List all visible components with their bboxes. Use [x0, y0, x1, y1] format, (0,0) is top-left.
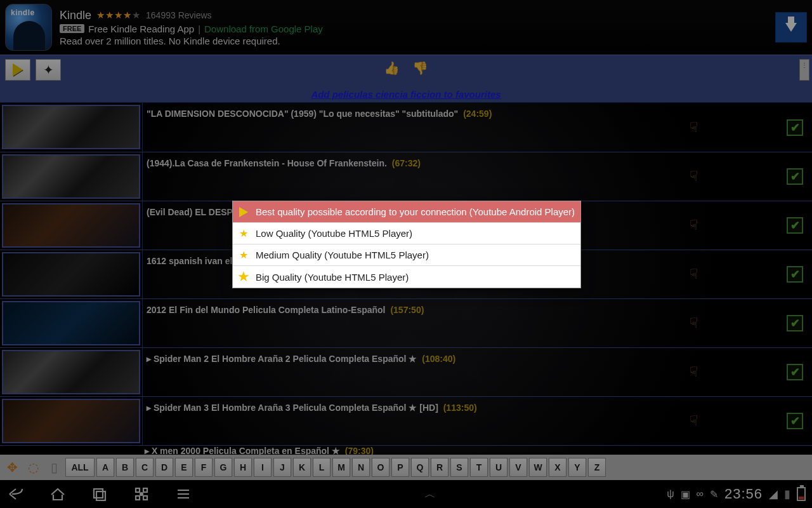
filter-letter-a[interactable]: A — [96, 458, 114, 477]
video-thumbnail[interactable] — [2, 301, 140, 345]
edit-icon: ✎ — [710, 488, 718, 500]
device-icon[interactable]: ▯ — [44, 458, 63, 477]
screenshot-button[interactable] — [132, 486, 151, 502]
filter-letter-g[interactable]: G — [214, 458, 232, 477]
quality-option-best[interactable]: Best quality possible according to your … — [233, 201, 580, 223]
move-icon[interactable]: ✥ — [3, 458, 22, 477]
quality-option-big[interactable]: ★ Big Quality (Youtube HTML5 Player) — [233, 266, 580, 288]
filter-letter-n[interactable]: N — [352, 458, 370, 477]
ad-store-link[interactable]: Download from Google Play — [204, 23, 323, 34]
android-navbar: ︿ ψ ▣ ∞ ✎ 23:56 ◢ ▮ — [0, 480, 812, 508]
recent-apps-button[interactable] — [90, 486, 109, 502]
filter-letter-x[interactable]: X — [549, 458, 566, 477]
quality-option-medium[interactable]: ★ Medium Quality (Youtube HTML5 Player) — [233, 244, 580, 266]
video-thumbnail[interactable] — [2, 154, 140, 199]
checked-icon[interactable]: ✔ — [787, 217, 803, 234]
video-thumbnail[interactable] — [2, 399, 140, 443]
filter-letter-u[interactable]: U — [490, 458, 508, 477]
filter-letter-d[interactable]: D — [155, 458, 173, 477]
video-title: ▸ Spider Man 3 El Hombre Araña 3 Pelicul… — [147, 403, 477, 413]
toolbar: ✦ 👍 👎 Add peliculas ciencia ficcion to f… — [0, 55, 812, 103]
svg-rect-1 — [96, 491, 105, 500]
checked-icon[interactable]: ✔ — [787, 266, 803, 283]
video-duration: (24:59) — [463, 109, 492, 119]
video-duration: (157:50) — [390, 305, 424, 315]
ad-title[interactable]: Kindle — [60, 9, 91, 22]
add-favourites-link[interactable]: Add peliculas ciencia ficcion to favouri… — [0, 89, 812, 100]
video-row-body: "LA DIMENSION DESCONOCIDA" (1959) "Lo qu… — [142, 103, 812, 152]
filter-letter-v[interactable]: V — [509, 458, 527, 477]
download-button[interactable] — [775, 12, 807, 43]
voicemail-icon: ∞ — [697, 488, 704, 500]
video-duration: (113:50) — [443, 403, 477, 413]
filter-letter-o[interactable]: O — [372, 458, 390, 477]
expand-notifications-icon[interactable]: ︿ — [424, 486, 436, 502]
ad-reviews: 164993 Reviews — [146, 10, 212, 20]
video-duration: (108:40) — [422, 354, 455, 364]
filter-all-button[interactable]: ALL — [65, 458, 95, 477]
tap-hint-icon: ☟ — [690, 364, 698, 380]
ad-tagline: Read over 2 million titles. No Kindle de… — [60, 36, 323, 46]
checked-icon[interactable]: ✔ — [787, 413, 803, 429]
video-duration: (67:32) — [392, 158, 421, 168]
filter-letter-k[interactable]: K — [293, 458, 311, 477]
clock: 23:56 — [724, 486, 763, 502]
ad-stars: ★★★★★ — [96, 10, 141, 21]
checked-icon[interactable]: ✔ — [787, 168, 803, 185]
video-row[interactable]: (1944).La Casa de Frankenstein - House O… — [0, 152, 812, 201]
battery-icon — [797, 487, 806, 501]
ad-app-icon[interactable] — [5, 4, 52, 51]
wifi-icon: ◢ — [769, 487, 778, 501]
thumbs-up-button[interactable]: 👍 — [384, 60, 400, 76]
video-thumbnail[interactable] — [2, 203, 140, 248]
filter-letter-e[interactable]: E — [175, 458, 193, 477]
video-row[interactable]: "LA DIMENSION DESCONOCIDA" (1959) "Lo qu… — [0, 103, 812, 152]
filter-letter-l[interactable]: L — [313, 458, 331, 477]
filter-letter-i[interactable]: I — [254, 458, 272, 477]
svg-rect-3 — [143, 488, 147, 492]
svg-rect-4 — [136, 496, 140, 500]
video-row[interactable]: ▸ Spider Man 2 El Hombre Araña 2 Pelicul… — [0, 347, 812, 396]
filter-letter-w[interactable]: W — [529, 458, 547, 477]
video-row[interactable]: ▸ Spider Man 3 El Hombre Araña 3 Pelicul… — [0, 396, 812, 445]
filter-letter-h[interactable]: H — [234, 458, 252, 477]
quality-option-label: Low Quality (Youtube HTML5 Player) — [256, 228, 412, 239]
video-row-body: ▸ Spider Man 2 El Hombre Araña 2 Pelicul… — [142, 348, 812, 396]
home-button[interactable] — [48, 486, 67, 502]
video-row[interactable]: 2012 El Fin del Mundo Pelicula Completa … — [0, 298, 812, 347]
checked-icon[interactable]: ✔ — [787, 364, 803, 380]
video-title: (1944).La Casa de Frankenstein - House O… — [147, 158, 421, 168]
refresh-icon[interactable]: ◌ — [23, 458, 43, 477]
filter-letter-f[interactable]: F — [195, 458, 213, 477]
video-row-body: ▸ Spider Man 3 El Hombre Araña 3 Pelicul… — [142, 397, 812, 445]
filter-letter-s[interactable]: S — [450, 458, 468, 477]
tap-hint-icon: ☟ — [690, 413, 698, 429]
checked-icon[interactable]: ✔ — [787, 315, 803, 331]
filter-letter-q[interactable]: Q — [411, 458, 429, 477]
back-button[interactable] — [6, 486, 25, 502]
video-thumbnail[interactable] — [2, 252, 140, 297]
video-thumbnail[interactable] — [2, 350, 140, 394]
svg-rect-0 — [94, 489, 103, 498]
status-tray[interactable]: ψ ▣ ∞ ✎ 23:56 ◢ ▮ — [667, 486, 806, 502]
video-title: ▸ Spider Man 2 El Hombre Araña 2 Pelicul… — [147, 354, 455, 364]
video-thumbnail[interactable] — [2, 105, 140, 149]
tap-hint-icon: ☟ — [690, 217, 698, 234]
thumbs-down-button[interactable]: 👎 — [412, 60, 428, 76]
quality-option-low[interactable]: ★ Low Quality (Youtube HTML5 Player) — [233, 223, 580, 244]
filter-letter-j[interactable]: J — [273, 458, 291, 477]
video-row-body: 2012 El Fin del Mundo Pelicula Completa … — [142, 299, 812, 347]
filter-letter-z[interactable]: Z — [588, 458, 606, 477]
filter-letter-r[interactable]: R — [431, 458, 449, 477]
overflow-menu-button[interactable]: ⋮ — [799, 59, 809, 81]
filter-letter-t[interactable]: T — [470, 458, 488, 477]
alpha-filter-bar: ✥ ◌ ▯ ALL ABCDEFGHIJKLMNOPQRSTUVWXYZ — [0, 455, 812, 480]
star-icon: ★ — [237, 249, 251, 261]
filter-letter-b[interactable]: B — [116, 458, 134, 477]
filter-letter-c[interactable]: C — [136, 458, 154, 477]
checked-icon[interactable]: ✔ — [787, 119, 803, 136]
filter-letter-p[interactable]: P — [391, 458, 409, 477]
filter-letter-m[interactable]: M — [332, 458, 350, 477]
menu-button[interactable] — [174, 486, 193, 502]
filter-letter-y[interactable]: Y — [568, 458, 586, 477]
